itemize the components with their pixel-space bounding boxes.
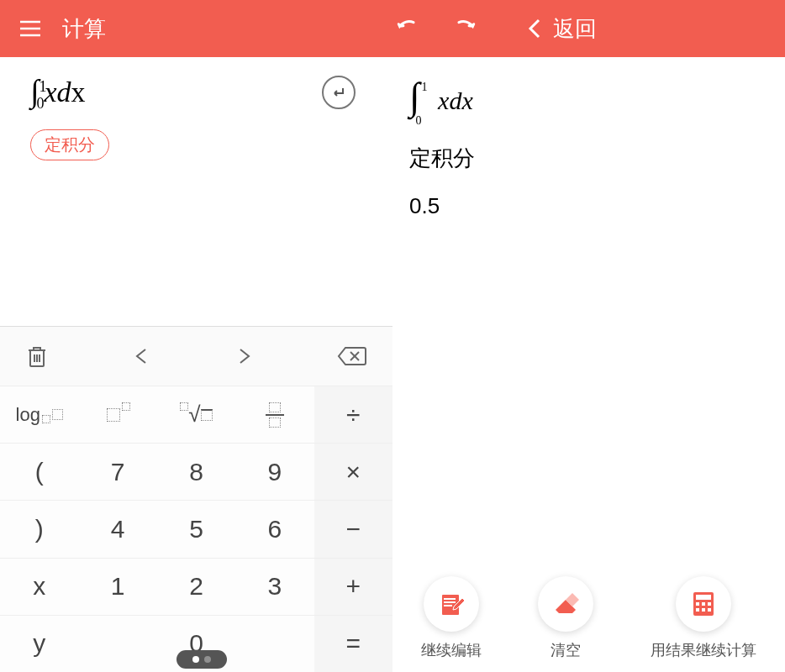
svg-rect-17 — [708, 608, 711, 612]
key-blank2[interactable] — [235, 615, 313, 672]
key-equals[interactable]: = — [314, 615, 392, 672]
continue-button[interactable] — [676, 576, 731, 632]
expression-area[interactable]: ∫10xdx 定积分 — [0, 57, 392, 326]
edit-label: 继续编辑 — [421, 640, 482, 660]
key-plus[interactable]: + — [314, 558, 392, 615]
svg-rect-14 — [708, 602, 711, 606]
key-root[interactable]: √ — [157, 386, 235, 443]
key-divide[interactable]: ÷ — [314, 386, 392, 443]
key-fraction[interactable] — [235, 386, 313, 443]
clear-button[interactable] — [538, 576, 593, 632]
back-label: 返回 — [553, 14, 597, 44]
undo-icon[interactable] — [392, 15, 419, 42]
prev-icon[interactable] — [133, 347, 151, 365]
redo-icon[interactable] — [453, 15, 480, 42]
key-minus[interactable]: − — [314, 500, 392, 557]
key-2[interactable]: 2 — [157, 558, 235, 615]
key-lparen[interactable]: ( — [0, 443, 78, 500]
result-pane: ∫10 xdx 定积分 0.5 继续编辑 清空 用结果继续计算 — [392, 57, 785, 672]
action-continue: 用结果继续计算 — [651, 576, 756, 660]
action-edit: 继续编辑 — [421, 576, 482, 660]
key-x[interactable]: x — [0, 558, 78, 615]
key-4[interactable]: 4 — [78, 500, 156, 557]
keypad-toolbar — [0, 327, 392, 386]
trash-icon[interactable] — [25, 344, 49, 369]
backspace-icon[interactable] — [337, 345, 367, 367]
key-5[interactable]: 5 — [157, 500, 235, 557]
keypad: log √ ÷ ( 7 8 9 × ) 4 5 6 − x 1 2 — [0, 326, 392, 672]
action-clear: 清空 — [538, 576, 593, 660]
expression-input[interactable]: ∫10xdx — [30, 72, 86, 113]
key-rparen[interactable]: ) — [0, 500, 78, 557]
action-bar: 继续编辑 清空 用结果继续计算 — [392, 576, 785, 660]
result-type-label: 定积分 — [406, 144, 785, 173]
operation-tag[interactable]: 定积分 — [30, 129, 109, 160]
svg-rect-16 — [702, 608, 705, 612]
page-dot-1 — [192, 656, 199, 663]
key-1[interactable]: 1 — [78, 558, 156, 615]
key-multiply[interactable]: × — [314, 443, 392, 500]
continue-label: 用结果继续计算 — [651, 640, 756, 660]
svg-rect-12 — [696, 602, 699, 606]
menu-icon[interactable] — [17, 15, 44, 42]
back-button[interactable]: 返回 — [526, 14, 597, 44]
key-9[interactable]: 9 — [235, 443, 313, 500]
page-indicator[interactable] — [176, 650, 227, 669]
svg-rect-15 — [696, 608, 699, 612]
key-power[interactable] — [78, 386, 156, 443]
key-log[interactable]: log — [0, 386, 78, 443]
enter-button[interactable] — [322, 76, 356, 109]
app-header: 计算 返回 — [0, 0, 785, 57]
svg-rect-11 — [696, 595, 711, 600]
key-8[interactable]: 8 — [157, 443, 235, 500]
left-pane: ∫10xdx 定积分 — [0, 57, 392, 672]
svg-rect-9 — [444, 605, 452, 606]
edit-button[interactable] — [424, 576, 479, 632]
key-6[interactable]: 6 — [235, 500, 313, 557]
key-y[interactable]: y — [0, 615, 78, 672]
svg-rect-13 — [702, 602, 705, 606]
header-left: 计算 — [17, 14, 392, 44]
result-value: 0.5 — [406, 193, 785, 219]
page-title: 计算 — [62, 14, 106, 44]
page-dot-2 — [204, 656, 211, 663]
next-icon[interactable] — [234, 347, 253, 365]
clear-label: 清空 — [551, 640, 581, 660]
key-7[interactable]: 7 — [78, 443, 156, 500]
result-expression: ∫10 xdx — [406, 74, 785, 118]
expression-row: ∫10xdx — [30, 72, 372, 113]
header-mid — [392, 15, 480, 42]
key-blank1[interactable] — [78, 615, 156, 672]
svg-rect-8 — [444, 601, 456, 603]
main-area: ∫10xdx 定积分 — [0, 57, 785, 672]
key-3[interactable]: 3 — [235, 558, 313, 615]
key-grid: log √ ÷ ( 7 8 9 × ) 4 5 6 − x 1 2 — [0, 386, 392, 672]
svg-rect-7 — [444, 598, 456, 600]
